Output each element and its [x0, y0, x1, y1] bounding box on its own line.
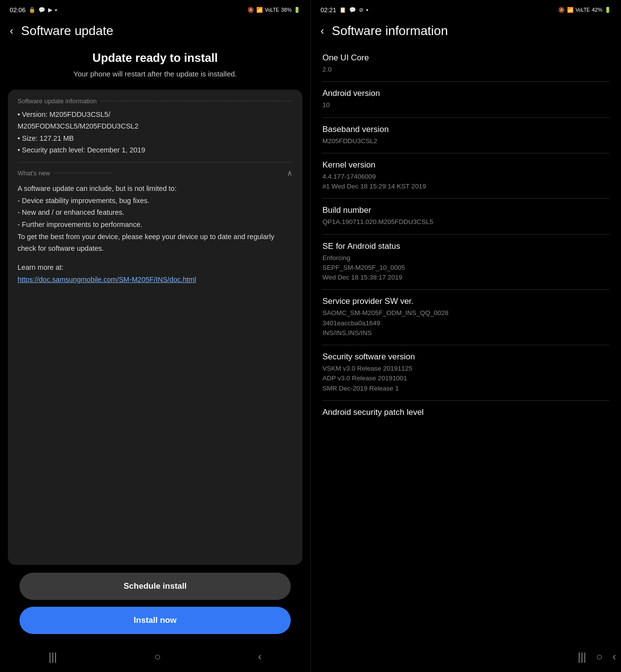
version-info: • Version: M205FDDU3CSL5/ M205FODM3CSL5/… [18, 109, 293, 157]
battery-icon-left: 🔋 [294, 7, 301, 13]
mute-icon: 🔕 [247, 7, 254, 13]
info-row: Service provider SW ver.SAOMC_SM-M205F_O… [322, 290, 609, 345]
whats-new-header: What's new ∧ [18, 168, 293, 178]
info-row: Security software versionVSKM v3.0 Relea… [322, 345, 609, 401]
info-row: Android security patch level [322, 401, 609, 426]
back-button-right[interactable]: ‹ [320, 25, 324, 37]
wifi-icon: 📶 [256, 7, 263, 13]
lock-icon: 🔒 [29, 7, 36, 13]
time-left: 02:06 [10, 6, 26, 14]
back-button-left[interactable]: ‹ [10, 25, 13, 37]
info-row-value: M205FDDU3CSL2 [322, 136, 609, 146]
dot2-icon: ● [366, 8, 369, 12]
buttons-area: Schedule install Install now [0, 565, 310, 644]
divider-1 [18, 162, 293, 163]
battery-right: 42% [592, 7, 602, 13]
update-title: Update ready to install [15, 51, 296, 65]
back-nav-icon-left[interactable]: ‹ [258, 651, 262, 663]
page-header-left: ‹ Software update [0, 18, 310, 46]
info-row: Build numberQP1A.190711.020.M205FDDU3CSL… [322, 199, 609, 234]
status-bar-left: 02:06 🔒 💬 ▶ ● 🔕 📶 VoLTE 38% 🔋 [0, 0, 310, 18]
wifi-icon-right: 📶 [567, 7, 574, 13]
page-title-left: Software update [21, 23, 113, 38]
status-time-right: 02:21 📋 💬 ⊘ ● [320, 6, 368, 14]
version-line: • Version: M205FDDU3CSL5/ M205FODM3CSL5/… [18, 109, 293, 132]
left-panel: 02:06 🔒 💬 ▶ ● 🔕 📶 VoLTE 38% 🔋 ‹ Software… [0, 0, 310, 672]
battery-left: 38% [281, 7, 292, 13]
clipboard-icon: 📋 [339, 7, 346, 13]
learn-more-label: Learn more at: [18, 263, 63, 271]
security-line: • Security patch level: December 1, 2019 [18, 144, 293, 156]
recent-apps-icon-right[interactable]: ||| [578, 651, 586, 663]
info-row-title: One UI Core [322, 53, 609, 63]
info-row: SE for Android statusEnforcing SEPF_SM-M… [322, 235, 609, 290]
status-time-left: 02:06 🔒 💬 ▶ ● [10, 6, 57, 14]
software-info-list: One UI Core2.0Android version10Baseband … [311, 46, 621, 672]
info-row-value: QP1A.190711.020.M205FDDU3CSL5 [322, 217, 609, 227]
learn-more-section: Learn more at: https://doc.samsungmobile… [18, 261, 293, 285]
info-row-title: SE for Android status [322, 242, 609, 251]
block-icon: ⊘ [359, 7, 363, 13]
play-icon: ▶ [48, 7, 52, 13]
info-row-value: Enforcing SEPF_SM-M205F_10_0005 Wed Dec … [322, 253, 609, 283]
status-icons-left: 🔕 📶 VoLTE 38% 🔋 [247, 7, 301, 13]
chevron-up-icon[interactable]: ∧ [287, 168, 293, 178]
page-header-right: ‹ Software information [311, 18, 621, 46]
update-info-card: Software update information • Version: M… [8, 90, 302, 565]
whatsapp-icon: 💬 [38, 7, 45, 13]
info-row-value: VSKM v3.0 Release 20191125 ADP v3.0 Rele… [322, 364, 609, 393]
time-right: 02:21 [320, 6, 337, 14]
learn-more-link[interactable]: https://doc.samsungmobile.com/SM-M205F/I… [18, 276, 196, 283]
right-panel: 02:21 📋 💬 ⊘ ● 🔕 📶 VoLTE 42% 🔋 ‹ Software… [310, 0, 621, 672]
info-row-value: 4.4.177-17406009 #1 Wed Dec 18 15:29:14 … [322, 172, 609, 192]
info-row: Baseband versionM205FDDU3CSL2 [322, 118, 609, 153]
battery-icon-right: 🔋 [604, 7, 611, 13]
info-row-title: Baseband version [322, 125, 609, 134]
info-row: Android version10 [322, 82, 609, 117]
info-row: Kernel version4.4.177-17406009 #1 Wed De… [322, 153, 609, 199]
fade-overlay [573, 618, 621, 638]
install-now-button[interactable]: Install now [19, 607, 291, 634]
info-row-title: Service provider SW ver. [322, 297, 609, 306]
whats-new-text: A software update can include, but is no… [18, 183, 293, 255]
chat-icon: 💬 [349, 7, 356, 13]
software-info-label: Software update information [18, 97, 293, 105]
recent-apps-icon[interactable]: ||| [49, 651, 57, 663]
update-heading: Update ready to install Your phone will … [0, 46, 310, 90]
back-nav-icon-right[interactable]: ‹ [612, 651, 616, 663]
info-row-title: Kernel version [322, 160, 609, 170]
dot-icon: ● [55, 8, 57, 12]
nav-bar-left: ||| ○ ‹ [0, 644, 310, 672]
info-row-value: 2.0 [322, 65, 609, 75]
mute-icon-right: 🔕 [558, 7, 565, 13]
signal-icon-right: VoLTE [576, 7, 590, 13]
size-line: • Size: 127.21 MB [18, 132, 293, 145]
info-row-value: 10 [322, 100, 609, 110]
signal-icon: VoLTE [265, 7, 279, 13]
info-row-title: Android security patch level [322, 408, 609, 417]
info-row-value: SAOMC_SM-M205F_ODM_INS_QQ_0028 3401eaccb… [322, 308, 609, 338]
home-icon-left[interactable]: ○ [154, 651, 161, 663]
info-row-title: Build number [322, 205, 609, 215]
status-icons-right: 🔕 📶 VoLTE 42% 🔋 [558, 7, 611, 13]
schedule-install-button[interactable]: Schedule install [19, 573, 291, 600]
info-row: One UI Core2.0 [322, 46, 609, 82]
nav-bar-right: ||| ○ ‹ [573, 644, 621, 672]
home-icon-right[interactable]: ○ [596, 651, 602, 663]
page-title-right: Software information [332, 23, 448, 38]
whats-new-label: What's new [18, 169, 113, 177]
info-row-title: Security software version [322, 352, 609, 362]
status-bar-right: 02:21 📋 💬 ⊘ ● 🔕 📶 VoLTE 42% 🔋 [311, 0, 621, 18]
update-subtitle: Your phone will restart after the update… [15, 69, 296, 80]
info-row-title: Android version [322, 89, 609, 98]
